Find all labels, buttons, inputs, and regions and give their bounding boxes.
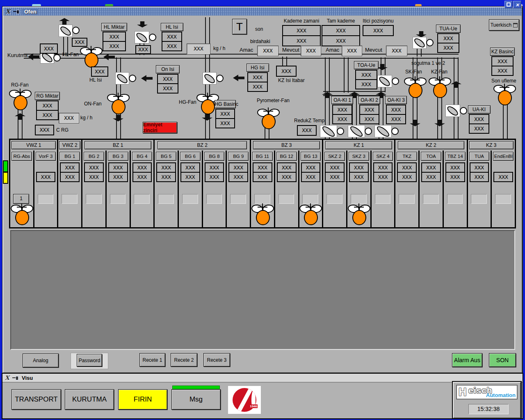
table-column-skz-4: SKZ 4XXXXXX (372, 151, 395, 227)
column-input-field[interactable] (351, 194, 367, 204)
oa-ki-3-label: OA-KI 3 (385, 96, 407, 104)
column-input-field[interactable] (38, 194, 54, 204)
t-button[interactable]: T (232, 19, 247, 34)
valve-icon[interactable] (203, 72, 217, 84)
son-button[interactable]: SON (489, 353, 516, 367)
tuerkisch-button[interactable]: Tuerkisch (489, 19, 519, 31)
column-value: XXX (301, 172, 321, 182)
valve-actuator-icon (426, 39, 434, 46)
table-step-button[interactable]: 1 (13, 194, 29, 204)
rg-kg-h-field[interactable]: XXX (59, 113, 79, 123)
column-fan-icon (348, 203, 370, 226)
column-value (36, 162, 56, 173)
column-input-field[interactable] (110, 194, 126, 204)
column-input-field[interactable] (399, 194, 415, 204)
column-input-field[interactable] (471, 194, 487, 204)
close-button[interactable] (513, 1, 521, 8)
table-column-endenbl: EndEnBlXXX (492, 151, 515, 227)
valve-icon[interactable] (115, 72, 129, 84)
mevcut-field-2[interactable]: XXX (386, 46, 407, 56)
ofen-titlebar[interactable]: Ofen (3, 7, 522, 16)
hl-miktar-value: XXX (103, 32, 126, 42)
column-header-button[interactable]: TUA (469, 152, 490, 161)
column-input-field[interactable] (134, 194, 150, 204)
column-input-field[interactable] (158, 194, 174, 204)
table-column-skz-3: SKZ 3XXXXXX (347, 151, 370, 227)
column-input-field[interactable] (278, 194, 294, 204)
oa-ki-1-label: OA-KI 1 (331, 96, 354, 104)
pin-icon[interactable] (12, 375, 18, 380)
amac-field-2[interactable]: XXX (342, 46, 362, 56)
column-header-button[interactable]: BG 2 (84, 152, 104, 161)
column-header-button[interactable]: TOA (421, 152, 441, 161)
column-header-button[interactable]: VorF 3 (36, 152, 56, 161)
valve-icon[interactable] (320, 125, 337, 137)
valve-icon[interactable] (377, 75, 392, 87)
pin-icon[interactable] (13, 9, 19, 14)
valve-icon[interactable] (413, 37, 427, 49)
hg-basinc: HG BasincXXXXXX (215, 100, 235, 128)
amac-field[interactable]: XXX (257, 46, 278, 56)
on-isi-label: On Isi (156, 65, 179, 73)
valve-icon[interactable] (374, 125, 392, 137)
column-input-field[interactable] (423, 194, 439, 204)
recete-1-button[interactable]: Recete 1 (139, 353, 165, 367)
column-header-button[interactable]: BG 13 (301, 152, 321, 161)
column-header-button[interactable]: SKZ 4 (373, 152, 393, 161)
column-header-button[interactable]: TBZ 14 (445, 152, 466, 161)
column-header-button[interactable]: BG 3 (108, 152, 128, 161)
msg-button[interactable]: Msg (171, 389, 221, 410)
column-input-field[interactable] (447, 194, 463, 204)
column-header-button[interactable]: SKZ 3 (349, 152, 369, 161)
column-header-button[interactable]: BG 12 (276, 152, 297, 161)
column-input-field[interactable] (182, 194, 198, 204)
emniyet-zinciri-button[interactable]: Emniyet zinciri (143, 122, 177, 133)
column-header-button[interactable]: BG 9 (228, 152, 249, 161)
alarm-aus-button[interactable]: Alarm Aus (452, 353, 482, 367)
column-input-field[interactable] (230, 194, 246, 204)
valve-icon[interactable] (135, 31, 149, 43)
column-header-button[interactable]: TKZ (397, 152, 417, 161)
column-value (493, 162, 513, 173)
column-input-field[interactable] (206, 194, 222, 204)
kg-h-field[interactable]: XXX (187, 43, 210, 55)
zone-table: VWZ 1VWZ 2BZ 1BZ 2BZ 3KZ 1KZ 2KZ 3RG-Abs… (9, 139, 516, 228)
column-input-field[interactable] (62, 194, 78, 204)
column-header-button[interactable]: BG 6 (180, 152, 201, 161)
recete-2-button[interactable]: Recete 2 (171, 353, 197, 367)
hl-fan-label: HL-Fan (62, 52, 79, 57)
password-button[interactable]: Password (77, 354, 102, 367)
column-header-button[interactable]: SKZ 2 (324, 152, 345, 161)
recete-3-button[interactable]: Recete 3 (203, 353, 230, 367)
kurutma-button[interactable]: KURUTMA (65, 389, 114, 410)
mevcut-field[interactable]: XXX (301, 46, 321, 56)
valve-icon[interactable] (445, 105, 460, 117)
column-header-button[interactable]: RG-Abs (11, 152, 32, 161)
column-value: XXX (84, 172, 104, 182)
transport-button[interactable]: TRANSPORT (11, 389, 61, 410)
firin-button[interactable]: FIRIN (118, 389, 167, 410)
valve-icon[interactable] (348, 125, 365, 137)
column-input-field[interactable] (326, 194, 342, 204)
column-header-button[interactable]: BG 8 (204, 152, 225, 161)
company-logo: 1946 (228, 386, 261, 414)
hl-isi-label: HL Isi (89, 77, 102, 83)
visu-titlebar[interactable]: Visu (2, 374, 523, 383)
column-header-button[interactable]: BG 5 (156, 152, 176, 161)
ua-ki: UA-KIXXXXXX (469, 105, 489, 134)
c-rg-value: XXX (35, 125, 54, 135)
message-panel[interactable] (10, 230, 515, 350)
maximize-button[interactable] (504, 1, 513, 8)
column-header-button[interactable]: BG 1 (59, 152, 80, 161)
column-input-field[interactable] (302, 194, 318, 204)
column-header-button[interactable]: BG 4 (132, 152, 153, 161)
column-input-field[interactable] (495, 194, 511, 204)
column-header-button[interactable]: BG 11 (252, 152, 273, 161)
valve-icon[interactable] (59, 25, 73, 37)
column-input-field[interactable] (375, 194, 391, 204)
on-fan-label: ON-Fan (84, 101, 102, 107)
column-input-field[interactable] (86, 194, 102, 204)
column-input-field[interactable] (254, 194, 270, 204)
column-header-button[interactable]: EndEnBl (493, 152, 514, 161)
analog-button[interactable]: Analog (23, 354, 59, 368)
